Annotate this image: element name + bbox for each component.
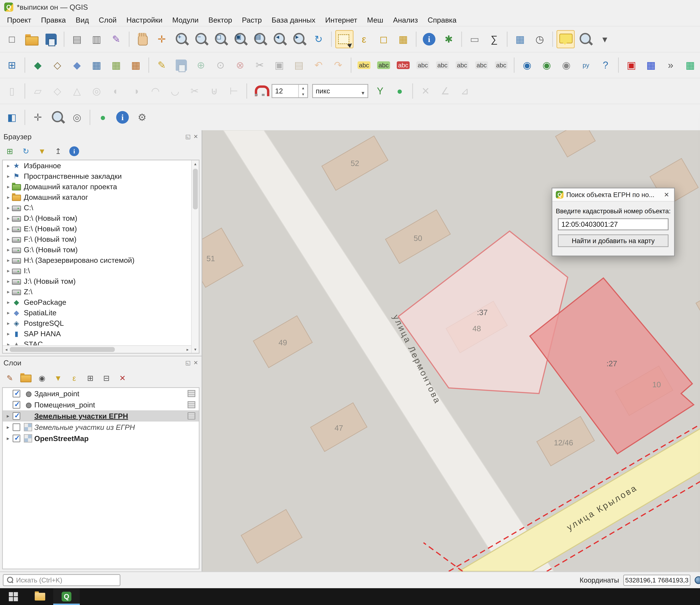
new-geopackage-layer-icon[interactable]: ◆ [29,56,47,74]
select-features-icon[interactable] [335,30,353,48]
layer-openstreetmap[interactable]: ▸ OpenStreetMap [3,433,199,444]
cut-features-icon[interactable]: ✂ [251,56,269,74]
expand-arrow-icon[interactable]: ▸ [5,435,11,441]
add-feature-icon[interactable]: ⊕ [192,56,210,74]
menu-item[interactable]: Модули [167,16,203,24]
run-feature-action-icon[interactable]: ✱ [440,30,458,48]
browser-item-spatialite[interactable]: ▸ ◆ SpatiaLite [3,308,199,318]
refresh-map-icon[interactable]: ↻ [309,30,328,48]
zoom-to-selection-icon[interactable]: ▣ [231,30,249,48]
browser-item-drive-f[interactable]: ▸ F:\ (Новый том) [3,234,199,244]
expand-arrow-icon[interactable]: ▸ [5,413,11,419]
highlight-pinned-labels-icon[interactable]: abc [433,56,451,74]
dock-panels-icon[interactable]: ◧ [3,108,21,126]
zoom-full-icon[interactable]: ◻ [211,30,230,48]
extents-globe-icon[interactable] [695,576,700,584]
deselect-features-icon[interactable]: ◻ [375,30,393,48]
layer-visibility-checkbox[interactable] [12,435,20,442]
select-by-form-icon[interactable]: ▦ [394,30,412,48]
layer-zemelnye-uchastki-egrn[interactable]: ▸ Земельные участки ЕГРН [3,410,199,421]
browser-item-project-home[interactable]: ▸ Домашний каталог проекта [3,182,199,192]
qgis-taskbar-icon[interactable] [53,588,80,605]
paste-features-icon[interactable]: ▤ [290,56,308,74]
digitize-blob-icon[interactable]: ● [94,108,112,126]
browser-item-drive-j[interactable]: ▸ J:\ (Новый том) [3,276,199,286]
expand-arrow-icon[interactable]: ▸ [5,289,12,295]
layer-zemelnye-uchastki-iz-egrn[interactable]: ▸ Земельные участки из ЕГРН [3,421,199,433]
new-mesh-layer-icon[interactable]: ▦ [127,56,145,74]
new-spatialite-layer-icon[interactable]: ◆ [68,56,86,74]
browser-close-icon[interactable] [193,133,198,140]
add-selected-layers-icon[interactable]: ⊞ [3,144,17,158]
dialog-titlebar[interactable]: Поиск объекта ЕГРН по но... [552,188,674,202]
merge-features-icon[interactable]: ⊎ [205,82,223,100]
add-group-icon[interactable] [19,371,33,385]
open-layer-styling-icon[interactable]: ✎ [3,371,17,385]
expand-arrow-icon[interactable]: ▸ [5,320,12,326]
measure-line-icon[interactable]: ▭ [466,30,484,48]
expand-arrow-icon[interactable]: ▸ [5,424,11,430]
layer-diagram-icon[interactable]: abc [375,56,393,74]
label-circle-icon[interactable]: abc [394,56,412,74]
change-label-icon[interactable]: abc [492,56,510,74]
refresh-browser-icon[interactable]: ↻ [19,144,33,158]
browser-item-drive-c[interactable]: ▸ C:\ [3,202,199,213]
layer-zdaniya-point[interactable]: Здания_point [3,388,199,399]
layers-float-icon[interactable] [185,360,191,366]
menu-item[interactable]: Вектор [203,16,237,24]
browser-item-drive-d[interactable]: ▸ D:\ (Новый том) [3,213,199,223]
browser-properties-icon[interactable] [67,144,81,158]
layer-visibility-checkbox[interactable] [12,390,20,397]
zoom-next-icon[interactable]: ▸ [290,30,308,48]
menu-item[interactable]: База данных [267,16,320,24]
expand-arrow-icon[interactable]: ▸ [5,173,12,179]
manage-map-themes-icon[interactable]: ◉ [35,371,49,385]
toggle-editing-icon[interactable]: ✎ [153,56,171,74]
open-project-icon[interactable] [22,30,41,48]
coordinates-value[interactable]: 5328196,1 7684193,3 [623,575,691,586]
web-globe-icon[interactable]: ◉ [538,56,556,74]
select-by-expression-icon[interactable]: ε [355,30,373,48]
add-ring-icon[interactable]: ◎ [88,82,106,100]
menu-item[interactable]: Меш [362,16,388,24]
fill-ring-icon[interactable]: ◑ [127,82,145,100]
map-canvas[interactable]: 52 50 51 49 47 48 10 12/46 :37 :27 улица… [202,130,700,572]
menu-item[interactable]: Настройки [122,16,167,24]
menu-item[interactable]: Растр [237,16,267,24]
expand-arrow-icon[interactable]: ▸ [5,236,12,242]
expand-arrow-icon[interactable]: ▸ [5,268,12,274]
dock-toggle-icon[interactable]: ▯ [3,82,21,100]
locator-search[interactable]: Искать (Ctrl+K) [3,574,120,586]
reshape-features-icon[interactable]: ◡ [166,82,184,100]
copy-features-icon[interactable]: ▣ [270,56,289,74]
identify-info-icon[interactable] [114,108,132,126]
split-features-icon[interactable]: ✂ [185,82,204,100]
offset-curve-icon[interactable]: ◠ [146,82,165,100]
redo-icon[interactable]: ↷ [329,56,347,74]
processing-grid-icon[interactable]: ▦ [642,56,660,74]
menu-item[interactable]: Вид [71,16,94,24]
trim-extend-icon[interactable]: ⊢ [225,82,243,100]
undo-icon[interactable]: ↶ [309,56,328,74]
collapse-all-icon[interactable]: ⊟ [99,371,114,385]
start-button[interactable] [0,588,27,605]
temporal-controller-icon[interactable]: ◷ [531,30,549,48]
browser-item-drive-h[interactable]: ▸ H:\ (Зарезервировано системой) [3,255,199,265]
filter-by-expression-icon[interactable]: ε [67,371,81,385]
expand-arrow-icon[interactable]: ▸ [5,278,12,284]
pan-to-feature-icon[interactable]: ✛ [29,108,47,126]
zoom-to-layer-icon[interactable]: ▤ [251,30,269,48]
rotate-feature-icon[interactable]: ◇ [48,82,67,100]
browser-item-drive-e[interactable]: ▸ E:\ (Новый том) [3,223,199,234]
browser-item-drive-g[interactable]: ▸ G:\ (Новый том) [3,244,199,255]
move-label-icon[interactable]: abc [453,56,471,74]
snapping-unit-dropdown[interactable]: пикс [312,84,368,98]
menu-item[interactable]: Анализ [388,16,423,24]
expand-arrow-icon[interactable]: ▸ [5,310,12,316]
collapse-all-browser-icon[interactable]: ↥ [51,144,65,158]
menu-item[interactable]: Интернет [320,16,362,24]
expand-arrow-icon[interactable]: ▸ [5,194,12,200]
toolbar1-overflow-icon[interactable]: ▾ [596,30,614,48]
new-shapefile-layer-icon[interactable]: ◇ [48,56,67,74]
statistics-icon[interactable]: ∑ [485,30,503,48]
